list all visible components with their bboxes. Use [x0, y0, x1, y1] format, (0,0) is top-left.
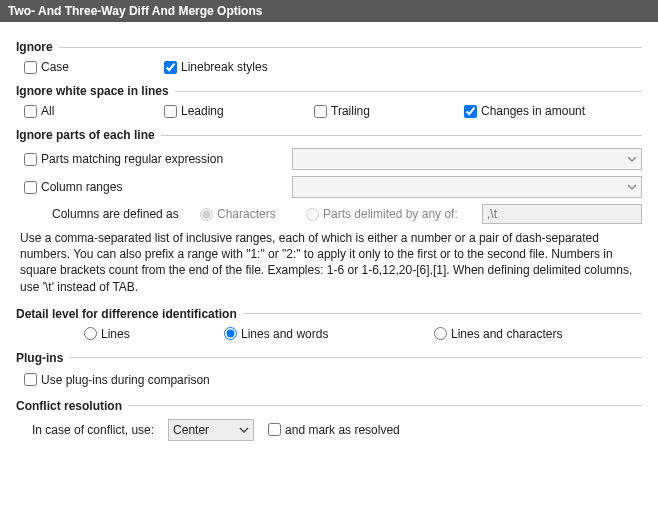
radio-detail-words-input[interactable] — [224, 327, 237, 340]
radio-col-characters-input — [200, 208, 213, 221]
checkbox-parts-ranges-label: Column ranges — [41, 180, 122, 194]
radio-detail-words[interactable]: Lines and words — [224, 327, 434, 341]
content-pane: Ignore Case Linebreak styles Ignore whit… — [0, 22, 658, 457]
checkbox-ws-all-label: All — [41, 104, 54, 118]
radio-detail-words-label: Lines and words — [241, 327, 328, 341]
parts-help-text: Use a comma-separated list of inclusive … — [16, 224, 642, 297]
radio-detail-lines-label: Lines — [101, 327, 130, 341]
group-ignore-label: Ignore — [16, 40, 53, 54]
radio-detail-chars-label: Lines and characters — [451, 327, 562, 341]
checkbox-ws-leading-input[interactable] — [164, 105, 177, 118]
chevron-down-icon — [239, 425, 249, 435]
checkbox-ws-trailing[interactable]: Trailing — [314, 104, 464, 118]
group-rule — [175, 91, 642, 92]
group-detail-label: Detail level for difference identificati… — [16, 307, 237, 321]
window-title: Two- And Three-Way Diff And Merge Option… — [0, 0, 658, 22]
group-rule — [243, 313, 642, 314]
group-rule — [69, 357, 642, 358]
columns-defined-label: Columns are defined as — [24, 207, 194, 221]
chevron-down-icon — [627, 154, 637, 164]
chevron-down-icon — [627, 182, 637, 192]
radio-detail-lines[interactable]: Lines — [84, 327, 224, 341]
delim-field-value: ,\t — [487, 207, 497, 221]
group-whitespace-label: Ignore white space in lines — [16, 84, 169, 98]
group-whitespace: Ignore white space in lines All Leading … — [16, 84, 642, 118]
checkbox-ws-trailing-input[interactable] — [314, 105, 327, 118]
checkbox-case-input[interactable] — [24, 61, 37, 74]
group-parts: Ignore parts of each line Parts matching… — [16, 128, 642, 297]
checkbox-ws-leading[interactable]: Leading — [164, 104, 314, 118]
group-plugins-label: Plug-ins — [16, 351, 63, 365]
radio-detail-lines-input[interactable] — [84, 327, 97, 340]
checkbox-ws-changes-label: Changes in amount — [481, 104, 585, 118]
checkbox-parts-ranges-input[interactable] — [24, 181, 37, 194]
group-conflict: Conflict resolution In case of conflict,… — [16, 399, 642, 441]
checkbox-conflict-mark[interactable]: and mark as resolved — [268, 423, 400, 437]
checkbox-parts-regex[interactable]: Parts matching regular expression — [24, 152, 284, 166]
checkbox-parts-regex-input[interactable] — [24, 153, 37, 166]
group-rule — [161, 135, 642, 136]
checkbox-case-label: Case — [41, 60, 69, 74]
checkbox-ws-leading-label: Leading — [181, 104, 224, 118]
checkbox-linebreak[interactable]: Linebreak styles — [164, 60, 642, 74]
group-ignore: Ignore Case Linebreak styles — [16, 40, 642, 74]
checkbox-ws-all[interactable]: All — [24, 104, 164, 118]
checkbox-plugins-use-label: Use plug-ins during comparison — [41, 373, 210, 387]
checkbox-ws-changes[interactable]: Changes in amount — [464, 104, 634, 118]
radio-detail-chars[interactable]: Lines and characters — [434, 327, 642, 341]
group-detail: Detail level for difference identificati… — [16, 307, 642, 341]
group-parts-label: Ignore parts of each line — [16, 128, 155, 142]
conflict-use-label: In case of conflict, use: — [32, 423, 154, 437]
select-conflict-use[interactable]: Center — [168, 419, 254, 441]
checkbox-parts-regex-label: Parts matching regular expression — [41, 152, 223, 166]
group-rule — [59, 47, 642, 48]
checkbox-parts-ranges[interactable]: Column ranges — [24, 180, 284, 194]
checkbox-linebreak-label: Linebreak styles — [181, 60, 268, 74]
checkbox-conflict-mark-input[interactable] — [268, 423, 281, 436]
radio-col-delimited: Parts delimited by any of: — [306, 207, 476, 221]
checkbox-conflict-mark-label: and mark as resolved — [285, 423, 400, 437]
checkbox-plugins-use[interactable]: Use plug-ins during comparison — [24, 373, 210, 387]
combo-parts-regex[interactable] — [292, 148, 642, 170]
radio-col-delimited-input — [306, 208, 319, 221]
radio-col-characters: Characters — [200, 207, 300, 221]
radio-col-characters-label: Characters — [217, 207, 276, 221]
checkbox-ws-all-input[interactable] — [24, 105, 37, 118]
radio-col-delimited-label: Parts delimited by any of: — [323, 207, 458, 221]
checkbox-ws-trailing-label: Trailing — [331, 104, 370, 118]
radio-detail-chars-input[interactable] — [434, 327, 447, 340]
checkbox-plugins-use-input[interactable] — [24, 373, 37, 386]
delim-field: ,\t — [482, 204, 642, 224]
combo-parts-ranges[interactable] — [292, 176, 642, 198]
checkbox-ws-changes-input[interactable] — [464, 105, 477, 118]
checkbox-case[interactable]: Case — [24, 60, 164, 74]
group-plugins: Plug-ins Use plug-ins during comparison — [16, 351, 642, 389]
checkbox-linebreak-input[interactable] — [164, 61, 177, 74]
group-rule — [128, 405, 642, 406]
group-conflict-label: Conflict resolution — [16, 399, 122, 413]
select-conflict-value: Center — [173, 423, 209, 437]
